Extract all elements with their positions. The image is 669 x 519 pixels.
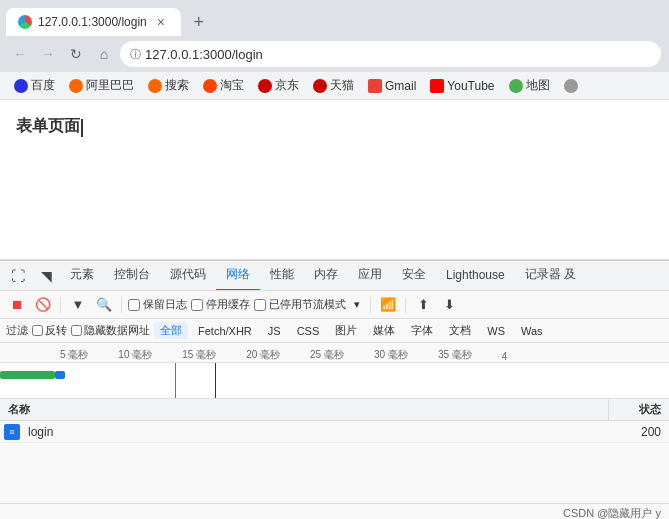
filter-icon[interactable]: ▼: [67, 294, 89, 316]
tab-console[interactable]: 控制台: [104, 261, 160, 291]
tab-performance[interactable]: 性能: [260, 261, 304, 291]
filter-ws-button[interactable]: WS: [481, 324, 511, 338]
preserve-log-checkbox[interactable]: [128, 299, 140, 311]
tab-close-button[interactable]: ×: [153, 14, 169, 30]
timeline-black-line: [215, 363, 216, 399]
filter-img-button[interactable]: 图片: [329, 322, 363, 339]
footer-text: CSDN @隐藏用户 y: [563, 506, 661, 519]
new-tab-button[interactable]: +: [185, 8, 213, 36]
tab-security[interactable]: 安全: [392, 261, 436, 291]
throttle-checkbox-label[interactable]: 已停用节流模式: [254, 297, 346, 312]
invert-filter-label[interactable]: 反转: [32, 323, 67, 338]
row-status: 200: [609, 425, 669, 439]
tab-lighthouse[interactable]: Lighthouse: [436, 261, 515, 291]
bookmark-taobao[interactable]: 淘宝: [197, 75, 250, 97]
row-name: login: [24, 425, 609, 439]
devtools-timeline: 5 毫秒 10 毫秒 15 毫秒 20 毫秒 25 毫秒 30 毫秒 35 毫秒…: [0, 343, 669, 399]
filter-js-button[interactable]: JS: [262, 324, 287, 338]
tab-application[interactable]: 应用: [348, 261, 392, 291]
tab-title: 127.0.0.1:3000/login: [38, 15, 147, 29]
filter-fetch-button[interactable]: Fetch/XHR: [192, 324, 258, 338]
tick-15ms: 15 毫秒: [182, 348, 246, 362]
devtools-network-table: 名称 状态 ≡ login 200: [0, 399, 669, 503]
tab-elements[interactable]: 元素: [60, 261, 104, 291]
browser-tab[interactable]: 127.0.0.1:3000/login ×: [6, 8, 181, 36]
bookmark-search[interactable]: 搜索: [142, 75, 195, 97]
tab-favicon: [18, 15, 32, 29]
filter-wasm-button[interactable]: Was: [515, 324, 549, 338]
refresh-button[interactable]: ↻: [64, 42, 88, 66]
clear-button[interactable]: 🚫: [32, 294, 54, 316]
bookmark-tianmao[interactable]: 天猫: [307, 75, 360, 97]
bookmark-alibaba[interactable]: 阿里巴巴: [63, 75, 140, 97]
home-button[interactable]: ⌂: [92, 42, 116, 66]
bookmark-baidu[interactable]: 百度: [8, 75, 61, 97]
filter-css-button[interactable]: CSS: [291, 324, 326, 338]
tick-25ms: 25 毫秒: [310, 348, 374, 362]
bookmark-jd[interactable]: 京东: [252, 75, 305, 97]
alibaba-favicon: [69, 79, 83, 93]
toolbar-separator-3: [370, 297, 371, 313]
disable-cache-checkbox-label[interactable]: 停用缓存: [191, 297, 250, 312]
upload-icon[interactable]: ⬆: [412, 294, 434, 316]
bookmark-youtube[interactable]: YouTube: [424, 75, 500, 97]
bookmark-label: 天猫: [330, 77, 354, 94]
search-icon[interactable]: 🔍: [93, 294, 115, 316]
page-heading: 表单页面: [16, 117, 80, 134]
filter-font-button[interactable]: 字体: [405, 322, 439, 339]
gmail-favicon: [368, 79, 382, 93]
tab-sources[interactable]: 源代码: [160, 261, 216, 291]
back-button[interactable]: ←: [8, 42, 32, 66]
bookmark-label: YouTube: [447, 79, 494, 93]
tab-network[interactable]: 网络: [216, 261, 260, 291]
filter-media-button[interactable]: 媒体: [367, 322, 401, 339]
tick-35ms: 35 毫秒: [438, 348, 502, 362]
filter-doc-button[interactable]: 文档: [443, 322, 477, 339]
devtools-filter-bar: 过滤 反转 隐藏数据网址 全部 Fetch/XHR JS CSS 图片 媒体 字…: [0, 319, 669, 343]
throttle-checkbox[interactable]: [254, 299, 266, 311]
forward-button[interactable]: →: [36, 42, 60, 66]
tab-bar: 127.0.0.1:3000/login × +: [0, 0, 669, 36]
tick-30ms: 30 毫秒: [374, 348, 438, 362]
record-stop-button[interactable]: ⏹: [6, 294, 28, 316]
text-cursor: [81, 119, 83, 137]
throttle-dropdown[interactable]: ▾: [350, 298, 364, 311]
bookmark-label: 阿里巴巴: [86, 77, 134, 94]
tab-memory[interactable]: 内存: [304, 261, 348, 291]
devtools-footer: CSDN @隐藏用户 y: [0, 503, 669, 519]
invert-filter-checkbox[interactable]: [32, 325, 43, 336]
taobao-favicon: [203, 79, 217, 93]
preserve-log-checkbox-label[interactable]: 保留日志: [128, 297, 187, 312]
devtools-toolbar-2: ⏹ 🚫 ▼ 🔍 保留日志 停用缓存 已停用节流模式 ▾ 📶 ⬆ ⬇: [0, 291, 669, 319]
devtools-cursor-icon[interactable]: ⛶: [4, 262, 32, 290]
url-text: 127.0.0.1:3000/login: [145, 47, 263, 62]
row-doc-icon: ≡: [4, 424, 20, 440]
col-name-header: 名称: [0, 399, 609, 420]
download-icon[interactable]: ⬇: [438, 294, 460, 316]
wifi-icon[interactable]: 📶: [377, 294, 399, 316]
timeline-bars: [0, 363, 669, 399]
toolbar-separator-4: [405, 297, 406, 313]
bookmark-label: 淘宝: [220, 77, 244, 94]
jd-favicon: [258, 79, 272, 93]
devtools-inspect-icon[interactable]: ◥: [32, 262, 60, 290]
address-input[interactable]: ⓘ 127.0.0.1:3000/login: [120, 41, 661, 67]
hide-data-url-label[interactable]: 隐藏数据网址: [71, 323, 150, 338]
bookmark-gmail[interactable]: Gmail: [362, 75, 422, 97]
timeline-bar-green: [0, 371, 55, 379]
toolbar-separator-2: [121, 297, 122, 313]
table-row[interactable]: ≡ login 200: [0, 421, 669, 443]
tianmao-favicon: [313, 79, 327, 93]
table-header: 名称 状态: [0, 399, 669, 421]
more-favicon: [564, 79, 578, 93]
tick-40ms: 4: [502, 351, 538, 362]
bookmark-map[interactable]: 地图: [503, 75, 556, 97]
disable-cache-checkbox[interactable]: [191, 299, 203, 311]
tab-recorder[interactable]: 记录器 及: [515, 261, 586, 291]
address-bar: ← → ↻ ⌂ ⓘ 127.0.0.1:3000/login: [0, 36, 669, 72]
bookmark-more[interactable]: [558, 75, 584, 97]
hide-data-url-checkbox[interactable]: [71, 325, 82, 336]
filter-all-button[interactable]: 全部: [154, 322, 188, 339]
bookmark-label: 百度: [31, 77, 55, 94]
search-favicon: [148, 79, 162, 93]
